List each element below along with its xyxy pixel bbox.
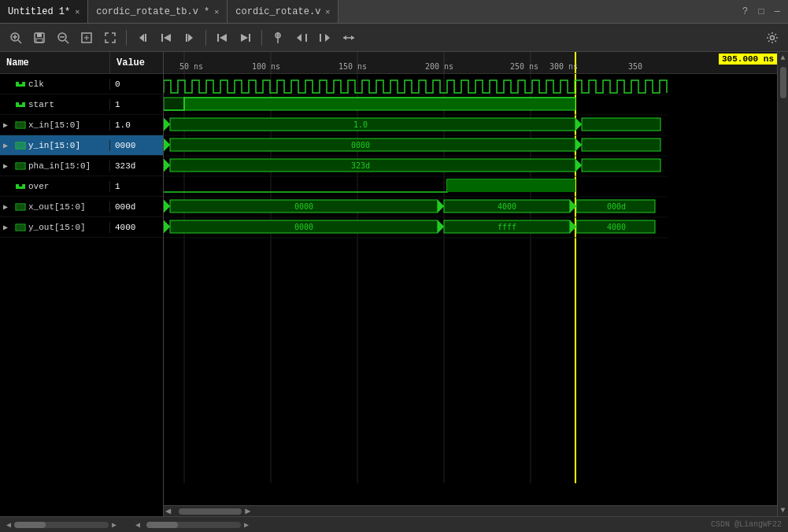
signal-value-pha-in: 323d [110,161,163,171]
waveform-panel[interactable]: 305.000 ns 50 ns 100 ns 150 ns 200 ns 25… [164,52,777,516]
cursor-left-button[interactable] [290,27,313,49]
status-scroll2-right[interactable]: ▶ [244,520,249,530]
svg-rect-47 [16,184,19,189]
window-restore-icon[interactable]: □ [758,6,764,17]
name-column-header: Name [0,52,110,73]
signal-row-start[interactable]: start 1 [0,94,163,115]
svg-rect-90 [582,159,660,172]
signal-icon-x-out [15,201,26,212]
status-scroll2-left[interactable]: ◀ [135,520,140,530]
cursor-right-icon [319,31,331,44]
svg-rect-37 [22,82,25,87]
scroll-right-arrow[interactable]: ▶ [245,505,250,516]
status-scroll-right[interactable]: ▶ [112,520,117,530]
svg-marker-81 [164,139,170,151]
signal-value-clk: 0 [110,79,163,89]
bottom-scroll-thumb2[interactable] [146,522,178,528]
signal-label-x-out: x_out[15:0] [28,202,86,212]
signal-row-x-out[interactable]: ▶ x_out[15:0] 000d [0,197,163,217]
bottom-scroll-track2[interactable] [146,522,241,528]
signal-row-over[interactable]: over 1 [0,176,163,197]
tab-untitled-close[interactable]: ✕ [75,7,80,17]
expand-x-in[interactable]: ▶ [3,120,13,130]
zoom-full-button[interactable] [76,27,98,49]
expand-y-in[interactable]: ▶ [3,141,13,150]
svg-rect-80 [582,118,660,131]
v-scroll-up-arrow[interactable]: ▲ [779,52,786,64]
waveform-area[interactable]: 1.0 0000 323d [164,74,777,505]
tab-cordic[interactable]: cordic_rotate.v ✕ [228,0,339,23]
next-edge-button[interactable] [179,27,201,49]
zoom-in-button[interactable] [5,27,27,49]
svg-rect-39 [19,105,22,107]
zoom-out-button[interactable] [52,27,74,49]
svg-marker-17 [188,34,193,42]
expand-pha-in[interactable]: ▶ [3,161,13,171]
expand-x-out[interactable]: ▶ [3,202,13,212]
svg-marker-86 [164,159,170,172]
svg-text:50 ns: 50 ns [179,62,203,71]
svg-text:200 ns: 200 ns [425,62,453,71]
bottom-scroll-thumb[interactable] [14,522,46,528]
signal-row-y-out[interactable]: ▶ y_out[15:0] 4000 [0,217,163,238]
signal-icon-over [15,181,26,192]
svg-text:4000: 4000 [607,223,626,231]
jump-start-icon [216,31,228,44]
status-scroll-left[interactable]: ◀ [6,520,11,530]
cursor-left-icon [295,31,308,44]
tab-cordic-label: cordic_rotate.v [235,6,320,17]
zoom-fit-button[interactable] [99,27,121,49]
cursor-right-button[interactable] [314,27,336,49]
toolbar-sep3 [261,30,262,46]
svg-marker-16 [164,34,171,42]
prev-edge-button[interactable] [131,27,154,49]
svg-marker-29 [325,34,330,42]
signal-row-x-in[interactable]: ▶ x_in[15:0] 1.0 [0,115,163,135]
svg-rect-36 [19,84,22,87]
toolbar-sep2 [205,30,206,46]
svg-marker-92 [164,200,170,212]
scroll-left-arrow[interactable]: ◀ [165,505,171,516]
signal-row-pha-in[interactable]: ▶ pha_in[15:0] 323d [0,156,163,176]
signal-label-y-in: y_in[15:0] [28,141,80,150]
first-edge-button[interactable] [155,27,177,49]
stretch-button[interactable] [338,27,360,49]
svg-text:000d: 000d [607,202,626,211]
marker-button[interactable] [267,27,289,49]
tab-untitled-label: Untitled 1* [8,6,70,17]
tab-cordic-close[interactable]: ✕ [325,7,330,17]
tab-untitled[interactable]: Untitled 1* ✕ [0,0,88,23]
svg-marker-104 [438,220,444,233]
title-bar-help[interactable]: ? □ — [742,6,788,17]
v-scroll-thumb[interactable] [780,67,786,98]
v-scrollbar[interactable]: ▲ ▼ [777,52,788,516]
expand-y-out[interactable]: ▶ [3,223,13,232]
signal-header: Name Value [0,52,163,74]
signal-list: clk 0 start 1 ▶ [0,74,163,516]
signal-row-y-in[interactable]: ▶ y_in[15:0] 0000 [0,135,163,156]
h-scrollbar[interactable]: ◀ ▶ [164,505,777,516]
settings-button[interactable] [761,27,783,49]
signal-name-start: start [0,99,110,110]
jump-end-button[interactable] [235,27,257,49]
jump-start-button[interactable] [211,27,233,49]
signal-value-x-out: 000d [110,202,163,212]
cursor-time-label: 305.000 ns [719,54,777,65]
svg-marker-101 [164,220,170,233]
left-scroll-area: ◀ ▶ ◀ ▶ [6,520,711,530]
svg-rect-21 [249,34,250,42]
tab-cordic-tb-close[interactable]: ✕ [214,7,219,17]
signal-label-start: start [28,100,54,109]
scroll-thumb[interactable] [179,508,242,515]
zoom-in-icon [9,31,22,44]
bottom-scroll-track[interactable] [14,522,109,528]
window-minimize-icon[interactable]: — [775,6,780,17]
signal-row-clk[interactable]: clk 0 [0,74,163,94]
jump-end-icon [239,31,252,44]
tab-cordic-tb[interactable]: cordic_rotate_tb.v * ✕ [88,0,228,23]
svg-marker-22 [241,34,248,42]
save-button[interactable] [28,27,50,49]
v-scroll-down-arrow[interactable]: ▼ [779,504,786,516]
first-edge-icon [160,31,172,44]
svg-text:250 ns: 250 ns [510,62,538,71]
